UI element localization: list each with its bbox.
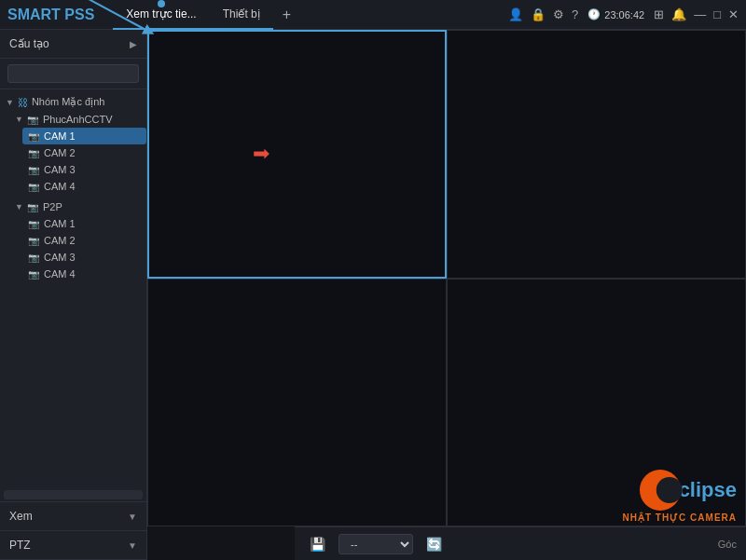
sidebar-xem-label: Xem: [9, 510, 33, 523]
user-icon[interactable]: 👤: [508, 7, 523, 21]
title-icons: 👤 🔒 ⚙ ?: [508, 7, 578, 21]
tree-subgroup-phucanhcctv-header[interactable]: ▼ 📷 PhucAnhCCTV: [9, 111, 146, 128]
camera-item-p2p-cam3[interactable]: 📷 CAM 3: [22, 249, 146, 266]
p2p-icon: 📷: [27, 202, 38, 212]
camera-item-p2p-cam1[interactable]: 📷 CAM 1: [22, 215, 146, 232]
refresh-button[interactable]: 🔄: [421, 534, 448, 554]
camera-item-p2p-cam2[interactable]: 📷 CAM 2: [22, 232, 146, 249]
sidebar-ptz-arrow: ▼: [128, 540, 137, 551]
cam-icon-phuc-cam1: 📷: [28, 131, 39, 142]
bottom-toolbar: 💾 -- 🔄 Góc: [295, 526, 746, 560]
tree-root-toggle: ▼: [6, 98, 14, 107]
tab-bar: Xem trực tie... Thiết bị +: [113, 0, 508, 30]
sidebar-scrollbar[interactable]: [4, 490, 143, 499]
cam-icon-phuc-cam2: 📷: [28, 148, 39, 158]
tree-root-group: ▼ ⛓ Nhóm Mặc định ▼ 📷 PhucAnhCCTV 📷 CAM: [0, 93, 146, 282]
window-controls: ⊞ 🔔 — □ ✕: [654, 7, 739, 21]
close-button[interactable]: ✕: [728, 7, 739, 21]
sidebar-xem-item[interactable]: Xem ▼: [0, 502, 146, 531]
cam-icon-p2p-cam1: 📷: [28, 219, 39, 229]
sidebar-title: Cấu tạo: [9, 37, 49, 50]
sidebar-header: Cấu tạo ▶: [0, 30, 146, 59]
cam-label-phuc-cam1: CAM 1: [44, 130, 76, 142]
lock-icon[interactable]: 🔒: [531, 7, 546, 21]
logo-pss: PSS: [64, 7, 94, 22]
tree-root-icon: ⛓: [18, 97, 28, 108]
video-cell-bottom-right[interactable]: [447, 279, 746, 527]
cam-label-p2p-cam2: CAM 2: [44, 235, 76, 246]
cam-label-p2p-cam4: CAM 4: [44, 268, 76, 280]
main-layout: Cấu tạo ▶ 🔍 ▼ ⛓ Nhóm Mặc định ▼ 📷: [0, 30, 746, 560]
sidebar-header-arrow-icon: ▶: [130, 39, 137, 49]
video-cell-bottom-left[interactable]: [147, 279, 447, 527]
cam-label-p2p-cam3: CAM 3: [44, 252, 76, 263]
right-arrow-indicator: ➡: [253, 142, 269, 166]
sidebar-xem-arrow: ▼: [128, 512, 137, 522]
camera-item-p2p-cam4[interactable]: 📷 CAM 4: [22, 266, 146, 282]
camera-item-phuc-cam4[interactable]: 📷 CAM 4: [22, 178, 146, 195]
help-icon[interactable]: ?: [572, 7, 578, 21]
camera-item-phuc-cam3[interactable]: 📷 CAM 3: [22, 161, 146, 178]
save-button[interactable]: 💾: [304, 534, 331, 554]
cam-icon-phuc-cam3: 📷: [28, 165, 39, 175]
cam-icon-p2p-cam2: 📷: [28, 236, 39, 246]
tab-add-button[interactable]: +: [273, 7, 300, 23]
tab-device[interactable]: Thiết bị: [210, 0, 273, 30]
phucanhcctv-icon: 📷: [27, 115, 38, 125]
tree-root-label: Nhóm Mặc định: [32, 96, 104, 108]
phucanhcctv-label: PhucAnhCCTV: [43, 114, 113, 125]
content-area: ➡: [147, 30, 746, 560]
grid-icon[interactable]: ⊞: [654, 7, 664, 21]
logo-smart: SMART: [7, 7, 61, 22]
sidebar-ptz-item[interactable]: PTZ ▼: [0, 531, 146, 560]
corner-label: Góc: [718, 539, 737, 550]
video-cell-top-right[interactable]: [447, 30, 746, 279]
clock-icon: 🕐: [587, 8, 601, 20]
cam-icon-p2p-cam3: 📷: [28, 253, 39, 263]
p2p-label: P2P: [43, 201, 62, 212]
video-grid: ➡: [147, 30, 746, 526]
phucanhcctv-camera-list: 📷 CAM 1 📷 CAM 2 📷 CAM 3 📷: [22, 128, 146, 195]
tree-p2p-toggle: ▼: [15, 202, 23, 212]
cam-label-phuc-cam4: CAM 4: [44, 181, 76, 192]
tree-phucanhcctv-toggle: ▼: [15, 115, 23, 124]
gear-icon[interactable]: ⚙: [553, 7, 564, 21]
camera-item-phuc-cam2[interactable]: 📷 CAM 2: [22, 144, 146, 161]
cam-label-phuc-cam2: CAM 2: [44, 147, 76, 158]
sidebar-bottom: Xem ▼ PTZ ▼: [0, 501, 146, 560]
search-input[interactable]: [7, 64, 139, 83]
time-display: 🕐 23:06:42: [587, 8, 644, 20]
layout-select[interactable]: --: [338, 534, 413, 554]
minimize-button[interactable]: —: [694, 7, 706, 21]
sidebar-tree: ▼ ⛓ Nhóm Mặc định ▼ 📷 PhucAnhCCTV 📷 CAM: [0, 89, 146, 488]
bell-icon[interactable]: 🔔: [671, 7, 686, 21]
p2p-camera-list: 📷 CAM 1 📷 CAM 2 📷 CAM 3 📷: [22, 215, 146, 282]
tree-subgroup-phucanhcctv: ▼ 📷 PhucAnhCCTV 📷 CAM 1 📷 CAM 2: [9, 111, 146, 282]
sidebar: Cấu tạo ▶ 🔍 ▼ ⛓ Nhóm Mặc định ▼ 📷: [0, 30, 147, 560]
title-bar: SMART PSS Xem trực tie... Thiết bị + 👤 🔒…: [0, 0, 746, 30]
tab-live-wrap: Xem trực tie...: [113, 0, 209, 30]
title-bar-right: 👤 🔒 ⚙ ? 🕐 23:06:42 ⊞ 🔔 — □ ✕: [508, 7, 739, 21]
cam-icon-p2p-cam4: 📷: [28, 269, 39, 280]
time-value: 23:06:42: [604, 9, 644, 20]
camera-item-phuc-cam1[interactable]: 📷 CAM 1: [22, 128, 146, 144]
sidebar-search-area: 🔍: [0, 59, 146, 89]
maximize-button[interactable]: □: [713, 7, 721, 21]
sidebar-ptz-label: PTZ: [9, 539, 31, 552]
cam-label-phuc-cam3: CAM 3: [44, 164, 76, 175]
cam-label-p2p-cam1: CAM 1: [44, 218, 76, 229]
tree-root-header[interactable]: ▼ ⛓ Nhóm Mặc định: [0, 93, 146, 111]
cam-icon-phuc-cam4: 📷: [28, 182, 39, 192]
app-logo: SMART PSS: [7, 7, 94, 23]
tree-subgroup-p2p-header[interactable]: ▼ 📷 P2P: [9, 198, 146, 215]
video-cell-top-left[interactable]: ➡: [147, 30, 447, 279]
